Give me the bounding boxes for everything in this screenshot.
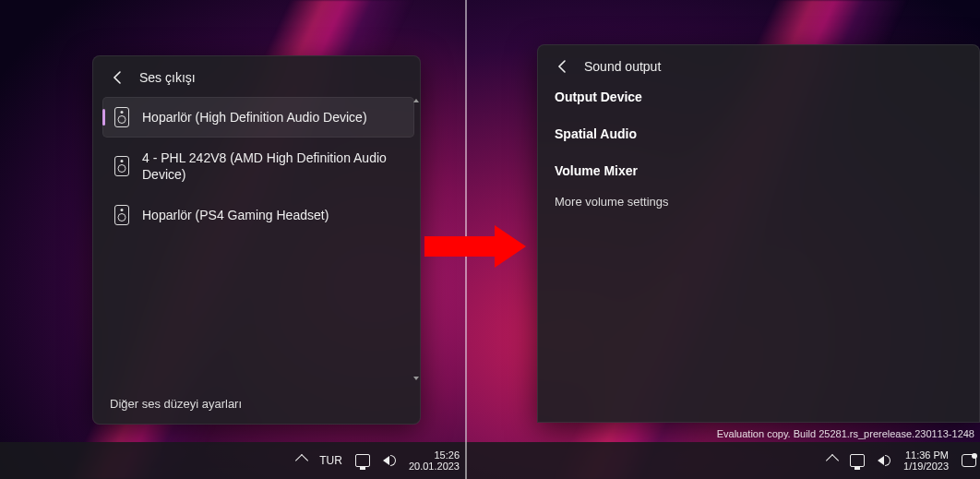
device-label: Hoparlör (PS4 Gaming Headset) [142, 207, 329, 223]
tray-network-icon[interactable] [850, 454, 865, 467]
tray-clock[interactable]: 11:36 PM 1/19/2023 [903, 449, 949, 472]
taskbar: TUR 15:26 20.01.2023 [0, 442, 467, 479]
speaker-icon [114, 156, 129, 176]
speaker-icon [114, 205, 129, 225]
speaker-icon [114, 107, 129, 127]
transition-arrow [424, 225, 535, 268]
section-volume-mixer: Volume Mixer [538, 156, 979, 184]
tray-language[interactable]: TUR [319, 454, 342, 467]
back-button[interactable] [110, 69, 126, 86]
taskbar: 11:36 PM 1/19/2023 [467, 442, 980, 479]
tray-volume-icon[interactable] [878, 455, 890, 466]
flyout-title: Ses çıkışı [139, 70, 196, 85]
tray-overflow-chevron[interactable] [828, 456, 837, 465]
output-device-item[interactable]: 4 - PHL 242V8 (AMD High Definition Audio… [102, 139, 414, 193]
evaluation-watermark: Evaluation copy. Build 25281.rs_prerelea… [717, 427, 974, 440]
device-label: Hoparlör (High Definition Audio Device) [142, 109, 367, 126]
device-label: 4 - PHL 242V8 (AMD High Definition Audio… [142, 150, 402, 183]
section-output-device: Output Device [538, 82, 979, 110]
devices-scrollbar[interactable] [414, 97, 418, 382]
tray-network-icon[interactable] [355, 454, 370, 467]
more-volume-settings-link[interactable]: More volume settings [538, 184, 979, 222]
output-device-item[interactable]: Hoparlör (High Definition Audio Device) [102, 97, 414, 138]
tray-overflow-chevron[interactable] [297, 456, 306, 465]
tray-notifications-icon[interactable] [962, 454, 976, 467]
sound-output-flyout: Ses çıkışı Hoparlör (High Definition Aud… [92, 55, 421, 425]
more-sound-settings-link[interactable]: Diğer ses düzeyi ayarları [93, 386, 420, 424]
output-device-item[interactable]: Hoparlör (PS4 Gaming Headset) [102, 195, 414, 235]
tray-volume-icon[interactable] [383, 455, 396, 466]
tray-clock[interactable]: 15:26 20.01.2023 [409, 449, 460, 472]
back-button[interactable] [555, 58, 571, 75]
section-spatial-audio: Spatial Audio [538, 119, 979, 147]
sound-output-flyout: Sound output Output Device Speakers (Hig… [537, 44, 980, 423]
flyout-title: Sound output [584, 59, 661, 74]
